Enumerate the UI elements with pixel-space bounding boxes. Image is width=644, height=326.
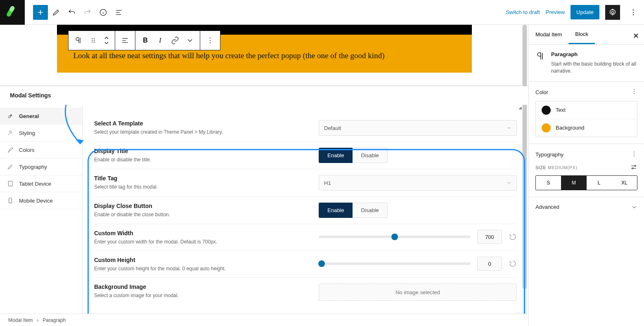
enable-button[interactable]: Enable [319, 148, 353, 163]
modal-tabs-nav: General Styling Colors Typography Tablet… [0, 86, 83, 326]
disable-button[interactable]: Disable [353, 148, 387, 163]
breadcrumb: Modal Item › Paragraph [0, 314, 528, 326]
site-logo-button[interactable] [0, 0, 25, 25]
right-sidebar: Modal Item Block ✕ Paragraph Start with … [528, 25, 644, 326]
display-title-toggle: EnableDisable [319, 148, 388, 163]
sliders-icon[interactable] [630, 163, 637, 172]
color-section: Color Text Background [529, 82, 644, 144]
redo-button[interactable] [80, 5, 95, 20]
disable-button[interactable]: Disable [353, 203, 387, 218]
text-color-picker[interactable]: Text [536, 102, 637, 119]
width-slider[interactable] [319, 236, 471, 238]
size-m[interactable]: M [561, 176, 586, 190]
crumb-modal-item[interactable]: Modal Item [8, 317, 33, 323]
svg-point-12 [94, 42, 95, 43]
bg-color-picker[interactable]: Background [536, 119, 637, 137]
more-options-icon[interactable] [631, 88, 637, 96]
bg-image-picker[interactable]: No image selected [319, 283, 517, 301]
tab-typography[interactable]: Typography [0, 158, 82, 175]
settings-gear-button[interactable] [605, 5, 620, 20]
undo-button[interactable] [64, 5, 79, 20]
panel-title: Color [535, 89, 548, 95]
tab-styling[interactable]: Styling [0, 125, 82, 142]
reset-icon[interactable] [509, 233, 517, 241]
drag-handle-icon[interactable] [86, 31, 101, 50]
svg-point-10 [94, 40, 95, 41]
tab-label: Styling [19, 130, 35, 136]
close-sidebar-button[interactable]: ✕ [631, 30, 641, 42]
tab-colors[interactable]: Colors [0, 142, 82, 158]
vertical-scrollbar[interactable] [522, 25, 528, 326]
paragraph-icon[interactable] [71, 31, 86, 50]
template-select[interactable]: Default [319, 120, 517, 136]
advanced-panel-toggle[interactable]: Advanced [529, 197, 644, 217]
reset-icon[interactable] [509, 260, 517, 268]
update-button[interactable]: Update [571, 5, 599, 19]
svg-point-9 [92, 40, 92, 41]
svg-point-8 [94, 38, 95, 39]
brush-icon [7, 146, 14, 153]
text-swatch [542, 106, 551, 115]
crumb-paragraph[interactable]: Paragraph [43, 317, 66, 323]
edit-button[interactable] [49, 5, 64, 20]
title-tag-select[interactable]: H1 [319, 175, 517, 191]
svg-point-13 [210, 38, 211, 38]
block-more-menu[interactable] [203, 31, 218, 50]
editor-canvas: Look at all these neat settings that wil… [0, 25, 528, 86]
chevron-down-icon[interactable] [182, 31, 197, 50]
chevron-down-icon [631, 204, 637, 210]
italic-icon[interactable]: I [153, 31, 168, 50]
outline-button[interactable] [111, 5, 126, 20]
enable-button[interactable]: Enable [319, 203, 353, 218]
row-title-tag: Title TagSelect title tag for this modal… [94, 169, 517, 197]
svg-point-24 [635, 165, 636, 166]
preview-button[interactable]: Preview [546, 9, 565, 15]
svg-point-15 [210, 43, 211, 43]
tab-modal-item[interactable]: Modal Item [529, 25, 568, 44]
width-value[interactable]: 700 [477, 230, 502, 244]
close-button-toggle: EnableDisable [319, 203, 388, 218]
slider-thumb[interactable] [391, 234, 398, 240]
panel-title: Typography [535, 151, 564, 158]
block-toolbar: B I [68, 31, 220, 50]
info-button[interactable] [96, 5, 111, 20]
tab-general[interactable]: General [0, 108, 82, 125]
tab-block[interactable]: Block [568, 25, 595, 44]
height-slider[interactable] [319, 262, 471, 265]
svg-point-5 [633, 12, 634, 13]
tab-label: Tablet Device [19, 181, 51, 187]
bold-icon[interactable]: B [138, 31, 153, 50]
svg-point-3 [612, 11, 614, 13]
setting-desc: Select title tag for this modal. [94, 184, 319, 190]
tab-tablet[interactable]: Tablet Device [0, 175, 82, 192]
setting-title: Select A Template [94, 120, 319, 127]
switch-draft-button[interactable]: Switch to draft [506, 9, 540, 15]
setting-desc: Select your template created in Theme Pa… [94, 129, 319, 135]
setting-desc: Enable or disable the title. [94, 157, 319, 163]
size-xl[interactable]: XL [612, 176, 637, 190]
chevron-right-icon: › [37, 317, 38, 323]
size-l[interactable]: L [587, 176, 612, 190]
setting-title: Background Image [94, 283, 319, 290]
move-up-down-icon[interactable] [101, 31, 112, 50]
row-close-button: Display Close ButtonEnable or disable th… [94, 197, 517, 224]
more-options-icon[interactable] [631, 151, 637, 158]
advanced-label: Advanced [535, 204, 559, 210]
size-s[interactable]: S [536, 176, 561, 190]
align-icon[interactable] [118, 31, 133, 50]
tab-mobile[interactable]: Mobile Device [0, 192, 82, 209]
tab-label: Colors [19, 147, 35, 153]
svg-point-22 [634, 154, 635, 154]
slider-thumb[interactable] [318, 260, 325, 267]
row-width: Custom WidthEnter your custom width for … [94, 224, 517, 251]
link-icon[interactable] [168, 31, 182, 50]
row-height: Custom HeightEnter your custom height fo… [94, 251, 517, 278]
more-menu-button[interactable] [626, 5, 641, 20]
block-desc: Start with the basic building block of a… [551, 61, 637, 75]
size-label: SIZE [535, 165, 546, 170]
setting-desc: Select a custom image for your modal. [94, 293, 319, 298]
size-button-group: S M L XL [535, 175, 637, 190]
add-block-button[interactable] [33, 5, 48, 20]
height-value[interactable]: 0 [477, 257, 502, 271]
setting-desc: Enable or disable the close button. [94, 212, 319, 217]
